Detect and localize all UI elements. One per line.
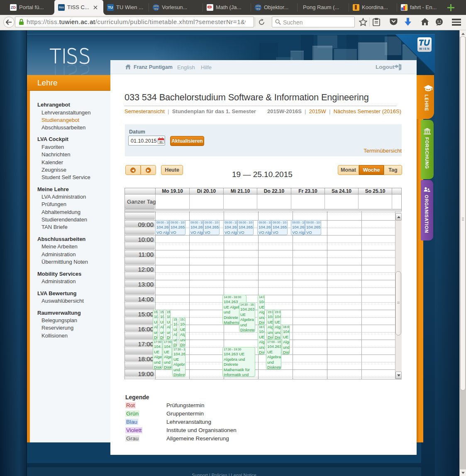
- svg-text:WIEN: WIEN: [419, 47, 430, 50]
- svg-text:31: 31: [159, 141, 163, 143]
